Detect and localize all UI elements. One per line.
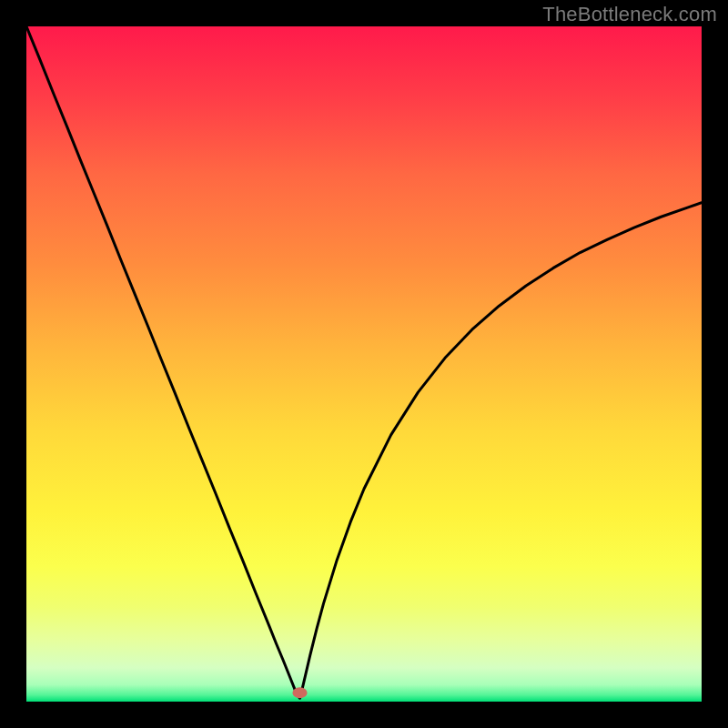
plot-area [26, 26, 702, 702]
chart-frame: TheBottleneck.com [0, 0, 728, 728]
chart-svg [26, 26, 702, 702]
watermark-text: TheBottleneck.com [542, 3, 717, 26]
minimum-marker [293, 687, 308, 698]
gradient-background [26, 26, 702, 702]
